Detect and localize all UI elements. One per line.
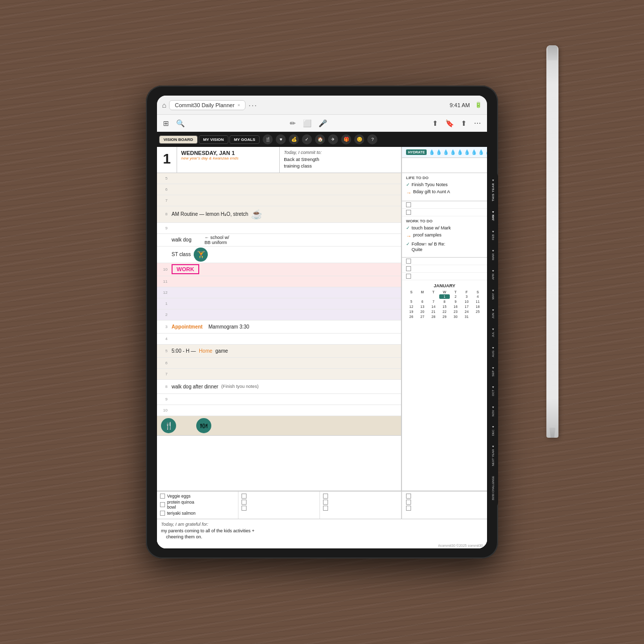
grateful-text[interactable]: my parents coming to all of the kids act… (161, 528, 483, 540)
drop-3[interactable]: 💧 (443, 149, 449, 155)
meal-checkbox-3[interactable] (160, 511, 165, 516)
cal-d-10[interactable]: 10 (461, 299, 472, 304)
drop-6[interactable]: 💧 (464, 149, 470, 155)
tab-my-goals[interactable]: MY GOALS (229, 135, 260, 144)
drop-9[interactable]: 💧 (485, 149, 487, 155)
cal-d-1[interactable]: 1 (439, 294, 450, 299)
image-icon[interactable]: ⬜ (303, 119, 311, 127)
checkbox-work-2[interactable] (406, 266, 411, 271)
schedule-content-7[interactable] (169, 199, 401, 201)
upload-icon[interactable]: ⬆ (432, 119, 438, 127)
cal-d-14[interactable]: 14 (428, 304, 439, 309)
rp-checkbox-1[interactable] (406, 494, 411, 499)
schedule-content-5pm[interactable]: 5:00 - H — Home game (169, 347, 401, 355)
life-todo-2[interactable]: → Bday gift to Aunt A (406, 189, 483, 196)
cal-d-29[interactable]: 29 (439, 314, 450, 319)
schedule-content-6[interactable] (169, 188, 401, 190)
cal-d-16[interactable]: 16 (450, 304, 461, 309)
meal-checkbox-lunch-1[interactable] (242, 494, 247, 499)
schedule-content-appt[interactable]: Appointment Mammogram 3:30 (169, 323, 401, 331)
checkbox-life-1[interactable] (406, 202, 411, 207)
schedule-content-1pm[interactable] (169, 302, 401, 304)
cal-d-19[interactable]: 19 (406, 309, 417, 314)
meal-checkbox-snack-2[interactable] (323, 500, 328, 505)
nav-icon-plane[interactable]: ✈ (328, 134, 338, 144)
meal-checkbox-1[interactable] (160, 494, 165, 499)
mic-icon[interactable]: 🎤 (318, 119, 327, 127)
cal-d-18[interactable]: 18 (472, 304, 483, 309)
nav-icon-gift[interactable]: 🎁 (341, 134, 351, 144)
rp-checkbox-3[interactable] (406, 506, 411, 511)
cal-d-20[interactable]: 20 (417, 309, 428, 314)
meal-icon-fork[interactable]: 🍴 (161, 418, 176, 433)
drop-8[interactable]: 💧 (478, 149, 484, 155)
cal-d-30[interactable]: 30 (450, 314, 461, 319)
cal-d-3[interactable]: 3 (461, 294, 472, 299)
overflow-menu-icon[interactable]: ⋯ (474, 119, 481, 127)
schedule-content-6pm[interactable] (169, 362, 401, 364)
more-tabs-button[interactable]: ··· (249, 101, 258, 109)
nav-icon-check[interactable]: ✓ (302, 134, 312, 144)
drop-4[interactable]: 💧 (450, 149, 456, 155)
share-icon[interactable]: ⬆ (461, 119, 467, 127)
meal-checkbox-snack-3[interactable] (323, 506, 328, 511)
drop-7[interactable]: 💧 (471, 149, 477, 155)
home-icon[interactable]: ⌂ (162, 101, 166, 109)
cal-d-11[interactable]: 11 (472, 299, 483, 304)
schedule-content-10pm[interactable] (169, 409, 401, 411)
cal-d-23[interactable]: 23 (450, 309, 461, 314)
cal-d-24[interactable]: 24 (461, 309, 472, 314)
schedule-content-11[interactable] (169, 280, 401, 282)
bookmark-icon[interactable]: 🔖 (445, 119, 454, 127)
work-todo-1[interactable]: ✓ touch base w/ Mark (406, 225, 483, 231)
schedule-content-st-class[interactable]: ST class 🏋 (169, 247, 401, 263)
meal-checkbox-2[interactable] (160, 502, 165, 507)
pencil-tool-icon[interactable]: ✏ (290, 119, 296, 127)
meal-item-1[interactable]: Veggie eggs (160, 494, 235, 499)
meal-checkbox-lunch-2[interactable] (242, 500, 247, 505)
checkbox-work-1[interactable] (406, 259, 411, 264)
meal-item-3[interactable]: teriyaki salmon (160, 511, 235, 516)
cal-d-12[interactable]: 12 (406, 304, 417, 309)
schedule-content-12[interactable] (169, 291, 401, 293)
cal-d-15[interactable]: 15 (439, 304, 450, 309)
meal-checkbox-lunch-3[interactable] (242, 506, 247, 511)
nav-icon-heart[interactable]: ♥ (276, 134, 286, 144)
search-icon[interactable]: 🔍 (176, 119, 185, 127)
schedule-content-8pm[interactable]: walk dog after dinner (Finish tyou notes… (169, 383, 401, 390)
cal-d-25[interactable]: 25 (472, 309, 483, 314)
checkbox-work-3[interactable] (406, 274, 411, 279)
cal-d-2[interactable]: 2 (450, 294, 461, 299)
drop-5[interactable]: 💧 (457, 149, 463, 155)
commit-text[interactable]: Back at Strengthtraining class (284, 156, 397, 170)
cal-d-28[interactable]: 28 (428, 314, 439, 319)
cal-d-21[interactable]: 21 (428, 309, 439, 314)
life-todo-1[interactable]: ✓ Finish Tyou Notes (406, 182, 483, 188)
schedule-content-8[interactable]: AM Routine — lemon H₂O, stretch ☕ (169, 206, 401, 222)
tab-close-button[interactable]: × (237, 103, 240, 108)
cal-d-9[interactable]: 9 (450, 299, 461, 304)
cal-d-22[interactable]: 22 (439, 309, 450, 314)
schedule-content-9[interactable] (169, 227, 401, 229)
drop-2[interactable]: 💧 (436, 149, 442, 155)
nav-icon-smile[interactable]: 😊 (354, 134, 364, 144)
cal-d-27[interactable]: 27 (417, 314, 428, 319)
tab-my-vision[interactable]: MY VISION (199, 135, 228, 144)
cal-d-8[interactable]: 8 (439, 299, 450, 304)
cal-d-6[interactable]: 6 (417, 299, 428, 304)
tab-vision-board[interactable]: VISION BOARD (159, 135, 198, 144)
nav-icon-money[interactable]: 💰 (289, 134, 299, 144)
rp-checkbox-2[interactable] (406, 500, 411, 505)
cal-d-4[interactable]: 4 (472, 294, 483, 299)
checkbox-life-2[interactable] (406, 210, 411, 215)
nav-icon-home[interactable]: 🏠 (315, 134, 325, 144)
schedule-content-9pm[interactable] (169, 398, 401, 400)
apps-icon[interactable]: ⊞ (163, 119, 169, 127)
meal-icon-plate[interactable]: 🍽 (196, 418, 211, 433)
cal-d-5[interactable]: 5 (406, 299, 417, 304)
meal-checkbox-snack-1[interactable] (323, 494, 328, 499)
schedule-content-walk-dog[interactable]: walk dog ← school w/BB uniform (169, 234, 401, 246)
schedule-content-work[interactable]: WORK (169, 263, 401, 275)
schedule-content-2pm[interactable] (169, 313, 401, 315)
drop-1[interactable]: 💧 (429, 149, 435, 155)
